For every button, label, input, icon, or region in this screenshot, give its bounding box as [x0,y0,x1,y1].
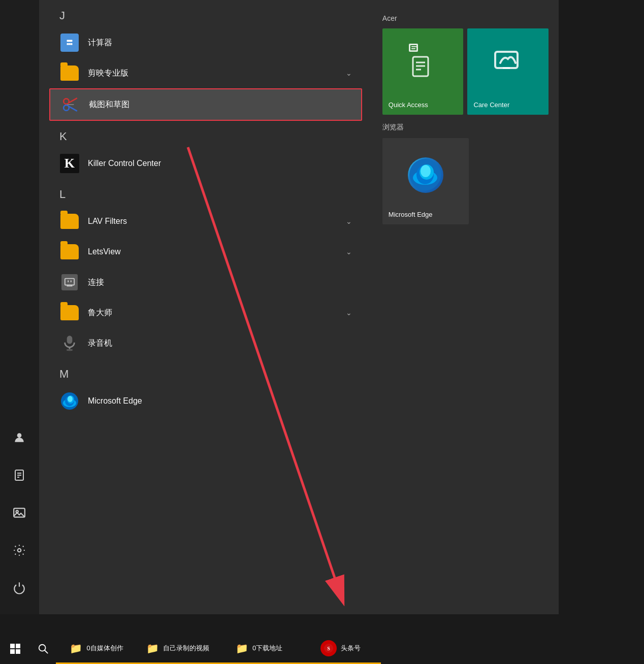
app-item-snip-sketch[interactable]: 截图和草图 [49,88,362,121]
app-item-edge[interactable]: Microsoft Edge [49,386,362,416]
toutiao-icon: S [320,640,337,656]
sidebar [0,0,39,614]
app-item-recorder[interactable]: 录音机 [49,328,362,358]
app-list: J 计算器 剪映专业版 ⌄ [39,0,372,614]
svg-point-7 [18,549,21,552]
ludashi-chevron: ⌄ [346,309,352,317]
taskbar-pin-media[interactable]: 📁 0自媒体创作 [56,634,137,664]
section-k: K [49,121,362,148]
folder-name-ludashi: 鲁大师 [88,308,346,318]
tiles-section-browser: 浏览器 [382,123,549,132]
calculator-icon [59,32,80,53]
folder-item-letsview[interactable]: LetsView ⌄ [49,237,362,267]
sidebar-icon-pictures[interactable] [8,502,30,524]
ludashi-folder-icon [59,303,80,323]
killer-icon-visual: K [60,154,79,173]
taskbar-pin-media-icon: 📁 [70,642,82,654]
section-j: J [49,0,362,27]
app-item-connect[interactable]: 连接 [49,267,362,297]
lav-chevron: ⌄ [346,217,352,225]
svg-line-16 [69,106,77,111]
taskbar-pin-media-label: 0自媒体创作 [86,644,123,653]
letsview-chevron: ⌄ [346,248,352,256]
svg-rect-10 [67,43,69,45]
taskbar-start-button[interactable] [0,634,30,664]
svg-point-22 [67,349,73,351]
folder-name-jianying: 剪映专业版 [88,68,346,79]
folder-name-letsview: LetsView [88,247,346,256]
svg-rect-8 [66,39,74,47]
tiles-area: Acer [372,0,559,614]
taskbar-search-button[interactable] [30,634,56,664]
taskbar-pin-videos-label: 自己录制的视频 [163,644,209,653]
folder-item-lav[interactable]: LAV Filters ⌄ [49,206,362,237]
app-item-calculator[interactable]: 计算器 [49,27,362,58]
folder-item-ludashi[interactable]: 鲁大师 ⌄ [49,297,362,328]
svg-rect-42 [16,649,20,654]
calc-icon-visual [60,34,79,52]
tile-care-center-label: Care Center [473,101,509,109]
taskbar: 📁 0自媒体创作 📁 自己录制的视频 📁 0下载地址 S 头条号 [0,634,644,664]
svg-line-15 [69,98,77,103]
svg-rect-41 [10,649,15,654]
tile-quick-access[interactable]: Quick Access [382,28,464,115]
app-name-killer: Killer Control Center [88,159,352,168]
connect-icon [59,272,80,292]
app-name-recorder: 录音机 [88,338,352,349]
mic-icon-visual [60,334,79,352]
jianying-folder-icon [59,63,80,83]
letsview-folder-icon [59,242,80,262]
edge-app-icon [59,391,80,411]
recorder-icon [59,333,80,353]
folder-name-lav: LAV Filters [88,217,346,226]
edge-tile-icon [408,157,443,193]
tiles-section-acer: Acer [382,14,549,22]
svg-point-38 [421,165,431,177]
app-name-edge: Microsoft Edge [88,396,352,406]
app-name-calculator: 计算器 [88,38,352,48]
taskbar-pin-toutiao[interactable]: S 头条号 [300,634,381,664]
svg-rect-18 [65,279,74,285]
folder-item-jianying[interactable]: 剪映专业版 ⌄ [49,58,362,88]
taskbar-pin-downloads-label: 0下载地址 [252,644,282,653]
tile-quick-access-label: Quick Access [389,101,428,109]
svg-point-27 [68,396,73,402]
section-m: M [49,358,362,386]
svg-point-0 [17,433,22,438]
taskbar-pin-videos-icon: 📁 [146,642,159,654]
start-menu: J 计算器 剪映专业版 ⌄ [0,0,559,614]
snip-sketch-icon [60,94,81,115]
svg-point-43 [39,645,46,651]
svg-line-44 [45,650,48,653]
svg-rect-39 [10,644,15,648]
taskbar-pinned-items: 📁 0自媒体创作 📁 自己录制的视频 📁 0下载地址 S 头条号 [56,634,644,664]
svg-point-14 [63,105,69,111]
connect-icon-visual [61,274,78,290]
tile-care-center[interactable]: Care Center [467,28,549,115]
sidebar-icon-settings[interactable] [8,539,30,561]
svg-rect-19 [67,336,73,344]
acer-tiles-row: Quick Access Care Center [382,28,549,115]
lav-folder-icon [59,211,80,231]
svg-rect-12 [71,43,73,45]
tile-edge-label: Microsoft Edge [389,211,433,218]
svg-point-13 [63,98,69,104]
tile-edge[interactable]: Microsoft Edge [382,138,469,224]
sidebar-icon-user[interactable] [8,426,30,449]
app-item-killer[interactable]: K Killer Control Center [49,148,362,179]
snip-icon-visual [61,95,80,114]
app-name-connect: 连接 [88,277,352,288]
browser-tiles-row: Microsoft Edge [382,138,549,224]
app-name-snip-sketch: 截图和草图 [89,99,351,110]
taskbar-pin-downloads[interactable]: 📁 0下载地址 [218,634,300,664]
sidebar-icon-document[interactable] [8,464,30,486]
svg-rect-11 [69,43,71,45]
svg-rect-40 [16,644,20,648]
killer-icon: K [59,153,80,174]
section-l: L [49,179,362,206]
svg-text:S: S [327,646,330,651]
sidebar-icon-power[interactable] [8,577,30,599]
jianying-chevron: ⌄ [346,69,352,77]
taskbar-pin-toutiao-label: 头条号 [341,644,361,653]
taskbar-pin-videos[interactable]: 📁 自己录制的视频 [137,634,218,664]
